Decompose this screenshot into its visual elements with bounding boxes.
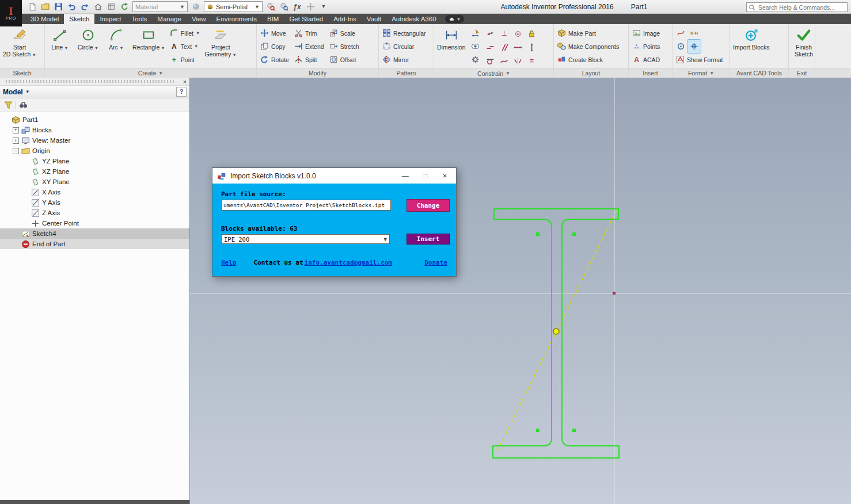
- ribbon-button-fillet[interactable]: Fillet▼: [168, 26, 202, 40]
- qat-new-document-button[interactable]: [25, 1, 38, 13]
- minimize-button[interactable]: —: [402, 172, 409, 180]
- filter-icon[interactable]: [4, 101, 13, 109]
- tab-inspect[interactable]: Inspect: [94, 14, 126, 24]
- tree-item-view-master[interactable]: +View: Master: [0, 135, 189, 146]
- tab-sketch[interactable]: Sketch: [64, 14, 94, 24]
- qat-fx-button[interactable]: ƒx: [291, 1, 303, 13]
- ribbon-button-import-blocks[interactable]: Import Blocks: [732, 25, 771, 66]
- ribbon-button-move[interactable]: Move: [259, 26, 291, 40]
- tab-get-started[interactable]: Get Started: [284, 14, 328, 24]
- close-button[interactable]: ×: [443, 172, 447, 180]
- browser-title-bar[interactable]: Model ▼ ?: [0, 86, 189, 98]
- block-grip-point[interactable]: [536, 232, 540, 236]
- tree-item-origin[interactable]: −Origin: [0, 146, 189, 156]
- browser-close-button[interactable]: ×: [180, 78, 189, 85]
- equal-button[interactable]: =: [525, 54, 539, 68]
- ribbon-button-arc[interactable]: Arc ▼: [103, 25, 130, 66]
- a360-sync-button[interactable]: ▼: [445, 15, 465, 23]
- ribbon-button-circular[interactable]: Circular: [381, 40, 428, 53]
- ribbon-button-start-2d-sketch[interactable]: Start2D Sketch ▼: [2, 25, 37, 66]
- tree-item-center-point[interactable]: Center Point: [0, 218, 189, 228]
- tree-item-xy-plane[interactable]: XY Plane: [0, 177, 189, 187]
- tree-item-part1[interactable]: Part1: [0, 114, 189, 125]
- tab-vault[interactable]: Vault: [362, 14, 386, 24]
- qat-qat-chevron-button[interactable]: ▼: [317, 1, 330, 13]
- qat-drag-cross-button[interactable]: [304, 1, 317, 13]
- ribbon-button-line[interactable]: Line ▼: [47, 25, 73, 66]
- ribbon-button-text[interactable]: AText▼: [168, 40, 202, 53]
- find-icon[interactable]: [19, 101, 28, 109]
- qat-adjust-blue-button[interactable]: [278, 1, 290, 13]
- coincident-button[interactable]: [484, 26, 497, 40]
- tree-item-y-axis[interactable]: Y Axis: [0, 197, 189, 208]
- ribbon-button-points[interactable]: ∴Points: [630, 40, 662, 53]
- perpendicular-button[interactable]: ⊥: [497, 26, 511, 40]
- symmetric-button[interactable]: [511, 54, 525, 68]
- ribbon-button-make-part[interactable]: Make Part: [556, 26, 621, 40]
- ribbon-button-mirror[interactable]: Mirror: [381, 53, 428, 66]
- tab-environments[interactable]: Environments: [211, 14, 262, 24]
- tab-tools[interactable]: Tools: [126, 14, 152, 24]
- search-input[interactable]: [757, 3, 845, 12]
- appearance-dropdown[interactable]: Semi-Polisl▼: [204, 1, 263, 12]
- contact-email-link[interactable]: info.avantcad@gmail.com: [305, 259, 392, 266]
- ribbon-button-split[interactable]: Split: [292, 53, 326, 66]
- tree-expander-blocks[interactable]: +: [13, 127, 19, 133]
- horizontal-button[interactable]: [511, 40, 525, 54]
- tab-3d-model[interactable]: 3D Model: [25, 14, 64, 24]
- tangent-button[interactable]: [484, 54, 497, 68]
- block-grip-point[interactable]: [572, 232, 576, 236]
- ribbon-button-rotate[interactable]: Rotate: [259, 53, 291, 66]
- show-constraints-button[interactable]: [469, 40, 482, 53]
- parallel-button[interactable]: [497, 40, 511, 54]
- ribbon-button-extend[interactable]: Extend: [292, 40, 326, 53]
- dialog-title-bar[interactable]: Import Sketch Blocks v1.0.0 — □ ×: [212, 168, 456, 184]
- smooth-button[interactable]: [497, 54, 511, 68]
- qat-update-button[interactable]: [118, 1, 131, 13]
- qat-redo-button[interactable]: [78, 1, 91, 13]
- vertical-button[interactable]: [525, 40, 539, 54]
- help-link[interactable]: Help: [221, 259, 237, 266]
- format-line-button[interactable]: [674, 26, 687, 40]
- tree-item-xz-plane[interactable]: XZ Plane: [0, 166, 189, 177]
- blocks-dropdown[interactable]: IPE 200 ▼: [221, 234, 390, 244]
- qat-undo-button[interactable]: [65, 1, 78, 13]
- format-hxh-button[interactable]: H·H: [687, 26, 701, 40]
- ribbon-group-label-constrain[interactable]: Constrain▼: [434, 68, 553, 78]
- ribbon-button-dimension[interactable]: Dimension: [436, 25, 467, 66]
- tree-item-x-axis[interactable]: X Axis: [0, 187, 189, 197]
- qat-save-button[interactable]: [52, 1, 64, 13]
- tab-view[interactable]: View: [187, 14, 211, 24]
- qat-view-cube-button[interactable]: [105, 1, 117, 13]
- block-grip-point[interactable]: [536, 429, 540, 432]
- ribbon-button-image[interactable]: Image: [630, 26, 662, 40]
- tree-item-z-axis[interactable]: Z Axis: [0, 208, 189, 218]
- ribbon-group-label-format[interactable]: Format▼: [673, 68, 730, 78]
- collinear-button[interactable]: [484, 40, 497, 54]
- tab-manage[interactable]: Manage: [152, 14, 187, 24]
- tree-expander-view-master[interactable]: +: [13, 138, 19, 144]
- ribbon-button-acad[interactable]: AACAD: [630, 53, 662, 66]
- ribbon-button-point[interactable]: +Point: [168, 53, 202, 66]
- tree-item-blocks[interactable]: +Blocks: [0, 125, 189, 135]
- auto-dimension-button[interactable]: [469, 26, 482, 40]
- ribbon-button-offset[interactable]: Offset: [328, 53, 361, 66]
- application-menu-button[interactable]: I PRO: [0, 0, 22, 26]
- qat-adjust-red-button[interactable]: [264, 1, 277, 13]
- material-ball-button[interactable]: [189, 1, 202, 13]
- tab-autodesk-a360[interactable]: Autodesk A360: [386, 14, 441, 24]
- ribbon-group-label-create[interactable]: Create▼: [45, 68, 256, 78]
- block-insert-point[interactable]: [553, 329, 559, 334]
- ribbon-button-rectangular[interactable]: Rectangular: [381, 26, 428, 40]
- ribbon-button-circle[interactable]: Circle ▼: [75, 25, 101, 66]
- insert-button[interactable]: Insert: [406, 234, 450, 245]
- ribbon-button-stretch[interactable]: Stretch: [328, 40, 361, 53]
- tree-expander-origin[interactable]: −: [13, 148, 19, 154]
- part-file-input[interactable]: [221, 200, 391, 211]
- tab-bim[interactable]: BIM: [262, 14, 284, 24]
- donate-link[interactable]: Donate: [424, 259, 447, 266]
- fix-button[interactable]: [525, 26, 539, 40]
- browser-help-button[interactable]: ?: [176, 87, 187, 97]
- concentric-button[interactable]: ◎: [511, 26, 525, 40]
- qat-open-folder-button[interactable]: [39, 1, 51, 13]
